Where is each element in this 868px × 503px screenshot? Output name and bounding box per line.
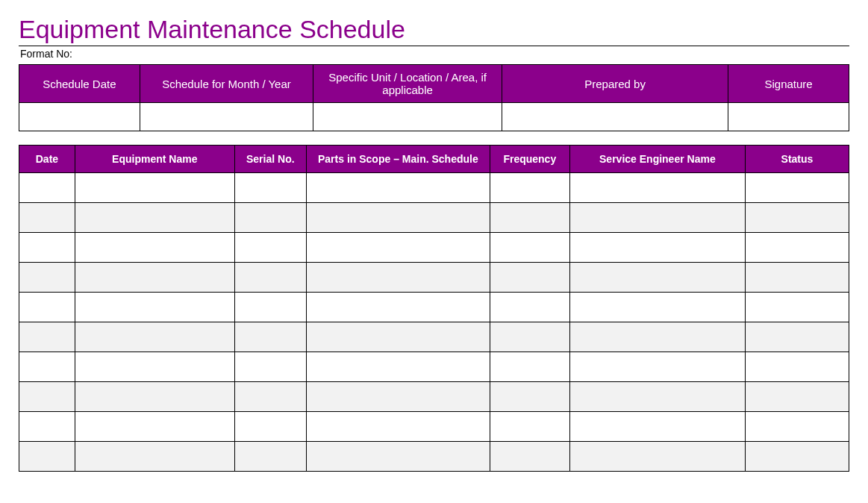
table-cell[interactable] [234,293,306,322]
table-row [19,442,849,472]
table-cell[interactable] [19,352,75,382]
cell-signature[interactable] [728,103,849,131]
table-cell[interactable] [234,322,306,352]
table-cell[interactable] [569,412,745,442]
table-cell[interactable] [234,352,306,382]
table-cell[interactable] [306,203,490,233]
table-cell[interactable] [569,233,745,263]
main-table-columns-row: Date Equipment Name Serial No. Parts in … [19,146,849,173]
cell-schedule-month-year[interactable] [140,103,313,131]
table-cell[interactable] [19,382,75,412]
table-cell[interactable] [745,382,849,412]
header-info-table: Schedule Date Schedule for Month / Year … [19,64,849,131]
table-cell[interactable] [569,203,745,233]
table-cell[interactable] [306,293,490,322]
cell-unit-location[interactable] [313,103,502,131]
table-row [19,322,849,352]
table-cell[interactable] [19,412,75,442]
table-cell[interactable] [490,412,569,442]
table-cell[interactable] [745,293,849,322]
table-cell[interactable] [19,293,75,322]
table-cell[interactable] [234,233,306,263]
table-row [19,293,849,322]
table-cell[interactable] [75,442,234,472]
table-cell[interactable] [234,263,306,293]
col-frequency: Frequency [490,146,569,173]
col-date: Date [19,146,75,173]
table-cell[interactable] [745,233,849,263]
cell-prepared-by[interactable] [502,103,728,131]
table-row [19,382,849,412]
table-cell[interactable] [569,173,745,203]
table-cell[interactable] [490,382,569,412]
table-cell[interactable] [745,263,849,293]
table-cell[interactable] [234,442,306,472]
table-cell[interactable] [569,293,745,322]
col-unit-location: Specific Unit / Location / Area, if appl… [313,65,502,103]
table-cell[interactable] [306,233,490,263]
table-cell[interactable] [19,263,75,293]
header-info-data-row [19,103,849,131]
table-cell[interactable] [75,173,234,203]
table-cell[interactable] [234,382,306,412]
col-serial-no: Serial No. [234,146,306,173]
table-cell[interactable] [569,382,745,412]
table-cell[interactable] [75,352,234,382]
format-no-label: Format No: [20,48,849,60]
table-cell[interactable] [745,412,849,442]
col-schedule-date: Schedule Date [19,65,140,103]
table-cell[interactable] [490,233,569,263]
table-cell[interactable] [75,382,234,412]
table-row [19,263,849,293]
table-cell[interactable] [75,263,234,293]
table-cell[interactable] [306,263,490,293]
table-row [19,412,849,442]
table-cell[interactable] [306,173,490,203]
table-cell[interactable] [234,412,306,442]
table-cell[interactable] [490,203,569,233]
col-schedule-month-year: Schedule for Month / Year [140,65,313,103]
table-cell[interactable] [569,263,745,293]
table-cell[interactable] [745,322,849,352]
table-gap [19,131,849,145]
table-cell[interactable] [306,352,490,382]
table-cell[interactable] [306,412,490,442]
table-row [19,352,849,382]
table-cell[interactable] [234,203,306,233]
table-cell[interactable] [19,233,75,263]
table-cell[interactable] [569,352,745,382]
table-cell[interactable] [490,442,569,472]
table-cell[interactable] [19,442,75,472]
table-cell[interactable] [19,322,75,352]
table-cell[interactable] [19,173,75,203]
table-cell[interactable] [306,382,490,412]
table-cell[interactable] [569,322,745,352]
table-cell[interactable] [569,442,745,472]
cell-schedule-date[interactable] [19,103,140,131]
table-cell[interactable] [490,322,569,352]
table-cell[interactable] [745,352,849,382]
table-cell[interactable] [234,173,306,203]
table-cell[interactable] [745,203,849,233]
table-cell[interactable] [306,442,490,472]
table-row [19,233,849,263]
table-cell[interactable] [306,322,490,352]
col-status: Status [745,146,849,173]
table-cell[interactable] [490,263,569,293]
table-cell[interactable] [75,203,234,233]
table-cell[interactable] [490,352,569,382]
table-cell[interactable] [75,293,234,322]
table-cell[interactable] [75,233,234,263]
col-prepared-by: Prepared by [502,65,728,103]
table-cell[interactable] [745,173,849,203]
table-cell[interactable] [745,442,849,472]
table-cell[interactable] [75,322,234,352]
table-cell[interactable] [490,293,569,322]
table-cell[interactable] [75,412,234,442]
table-cell[interactable] [19,203,75,233]
col-service-engineer: Service Engineer Name [569,146,745,173]
col-signature: Signature [728,65,849,103]
page-title: Equipment Maintenance Schedule [19,15,849,44]
header-info-columns-row: Schedule Date Schedule for Month / Year … [19,65,849,103]
table-cell[interactable] [490,173,569,203]
